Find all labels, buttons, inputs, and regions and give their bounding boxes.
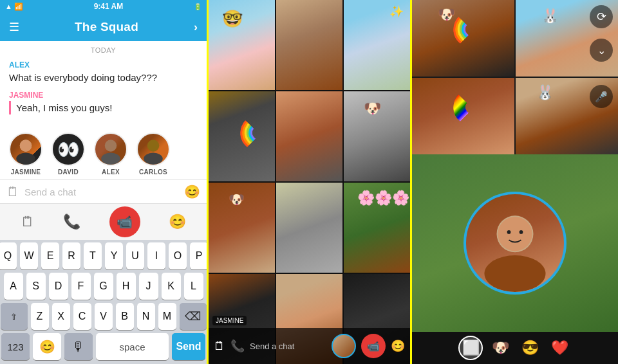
- photo-cell-7: 🐶: [209, 183, 275, 273]
- avatar-alex[interactable]: ALEX: [94, 132, 127, 176]
- avatar-david[interactable]: 👀 DAVID: [52, 132, 85, 176]
- glasses-filter-icon: 🤓: [222, 9, 243, 29]
- status-icons: 🔋: [194, 3, 201, 10]
- menu-icon[interactable]: ☰: [9, 20, 19, 34]
- delete-key[interactable]: ⌫: [180, 303, 207, 330]
- key-u[interactable]: U: [126, 242, 144, 269]
- key-l[interactable]: L: [184, 273, 203, 300]
- send-key[interactable]: Send: [172, 333, 205, 360]
- svg-point-5: [147, 140, 159, 151]
- key-o[interactable]: O: [169, 242, 187, 269]
- svg-point-1: [16, 153, 35, 165]
- keyboard-row-3: ⇧ Z X C V B N M ⌫: [1, 303, 205, 330]
- svg-point-8: [485, 255, 546, 292]
- key-m[interactable]: M: [158, 303, 176, 330]
- chat-message-jasmine: JASMINE Yeah, I miss you guys!: [9, 91, 198, 114]
- key-a[interactable]: A: [4, 273, 23, 300]
- chat-text-alex: What is everybody doing today???: [9, 71, 198, 84]
- photo-cell-4: 🌈: [209, 91, 275, 181]
- chat-input-bar: 🗒 Send a chat 😊: [0, 179, 207, 203]
- phone-panel: ▲📶 9:41 AM 🔋 ☰ The Squad › TODAY ALEX Wh…: [0, 0, 207, 364]
- emoji-bar: ⬜ 🐶 😎 ❤️: [412, 332, 618, 364]
- chevron-down-button[interactable]: ⌄: [590, 39, 613, 62]
- mic-button[interactable]: 🎤: [590, 85, 613, 108]
- video-icon: 📹: [117, 214, 133, 230]
- chat-message-alex: ALEX What is everybody doing today???: [9, 60, 198, 84]
- key-n[interactable]: N: [137, 303, 155, 330]
- key-v[interactable]: V: [95, 303, 113, 330]
- sender-name-jasmine: JASMINE: [9, 91, 198, 100]
- avatar-carlos[interactable]: CARLOS: [136, 132, 170, 176]
- chat-title: The Squad: [75, 20, 138, 34]
- sticker-action-icon[interactable]: 🗒: [21, 214, 35, 230]
- photo-cell-9: 🌸🌸🌸: [344, 183, 410, 273]
- video-call-button[interactable]: 📹: [109, 206, 140, 237]
- mic-key[interactable]: 🎙: [64, 333, 93, 360]
- right-top-controls: ⟳ ⌄ 🎤: [585, 0, 618, 113]
- avatars-row: JASMINE 👀 DAVID ALEX: [0, 127, 207, 179]
- key-k[interactable]: K: [162, 273, 181, 300]
- key-h[interactable]: H: [117, 273, 136, 300]
- key-c[interactable]: C: [73, 303, 91, 330]
- avatar-circle-carlos: [136, 132, 170, 166]
- emoji-action-icon[interactable]: 😊: [169, 214, 186, 230]
- key-b[interactable]: B: [116, 303, 134, 330]
- middle-phone-icon[interactable]: 📞: [230, 339, 245, 353]
- key-q[interactable]: Q: [0, 242, 17, 269]
- photo-cell-1: 🤓: [209, 0, 275, 90]
- chat-text-jasmine: Yeah, I miss you guys!: [16, 101, 198, 114]
- chat-input-placeholder[interactable]: Send a chat: [24, 187, 179, 197]
- num-key[interactable]: 123: [1, 333, 30, 360]
- phone-icon[interactable]: 📞: [63, 214, 80, 230]
- middle-chat-placeholder[interactable]: Send a chat: [250, 341, 326, 351]
- key-z[interactable]: Z: [31, 303, 49, 330]
- chat-area: TODAY ALEX What is everybody doing today…: [0, 41, 207, 127]
- key-i[interactable]: I: [147, 242, 165, 269]
- key-y[interactable]: Y: [105, 242, 123, 269]
- key-d[interactable]: D: [49, 273, 68, 300]
- avatar-jasmine[interactable]: JASMINE: [9, 132, 42, 176]
- keyboard-bottom-row: 123 😊 🎙 space Send: [1, 333, 205, 360]
- chevron-right-icon[interactable]: ›: [194, 21, 198, 34]
- key-s[interactable]: S: [26, 273, 46, 300]
- middle-panel: 🤓 ✨ 🌈 🐶 🐶 🌸🌸🌸 JASMINE 🗒 📞 Send a chat 📹 …: [207, 0, 412, 364]
- avatar-label-carlos: CARLOS: [139, 168, 167, 176]
- svg-point-2: [20, 140, 32, 151]
- switch-camera-button[interactable]: ⟳: [590, 5, 613, 28]
- photo-cell-8: [276, 183, 342, 273]
- key-w[interactable]: W: [20, 242, 38, 269]
- emoji-key[interactable]: 😊: [33, 333, 61, 360]
- jasmine-name-tag: JASMINE: [212, 316, 247, 325]
- photo-cell-5: [276, 91, 342, 181]
- svg-point-4: [101, 153, 120, 165]
- microphone-icon: 🎤: [595, 91, 608, 103]
- key-e[interactable]: E: [41, 242, 59, 269]
- status-bar: ▲📶 9:41 AM 🔋: [0, 0, 207, 13]
- middle-video-button[interactable]: 📹: [361, 334, 386, 358]
- avatar-label-alex: ALEX: [102, 168, 120, 176]
- chevron-down-icon: ⌄: [597, 44, 606, 57]
- middle-bottom-bar: 🗒 📞 Send a chat 📹 😊: [209, 328, 410, 364]
- emoji-option-sunglasses[interactable]: 😎: [518, 336, 542, 360]
- key-x[interactable]: X: [52, 303, 70, 330]
- svg-point-11: [520, 230, 523, 234]
- middle-emoji-icon[interactable]: 😊: [391, 339, 405, 353]
- main-video-circle: [464, 192, 566, 295]
- avatar-circle-alex: [94, 132, 127, 166]
- key-f[interactable]: F: [71, 273, 91, 300]
- right-cell-3: 🌈: [412, 78, 514, 154]
- middle-sticker-icon[interactable]: 🗒: [214, 340, 225, 353]
- emoji-option-white[interactable]: ⬜: [458, 336, 483, 360]
- smiley-icon[interactable]: 😊: [184, 184, 200, 199]
- key-r[interactable]: R: [62, 242, 80, 269]
- chat-date: TODAY: [9, 46, 198, 54]
- key-g[interactable]: G: [94, 273, 113, 300]
- key-t[interactable]: T: [84, 242, 102, 269]
- key-j[interactable]: J: [139, 273, 158, 300]
- sticker-icon[interactable]: 🗒: [6, 185, 19, 199]
- shift-key[interactable]: ⇧: [1, 303, 28, 330]
- key-p[interactable]: P: [190, 242, 208, 269]
- emoji-option-heart[interactable]: ❤️: [547, 336, 572, 360]
- space-key[interactable]: space: [96, 333, 169, 360]
- emoji-option-dog[interactable]: 🐶: [488, 336, 512, 360]
